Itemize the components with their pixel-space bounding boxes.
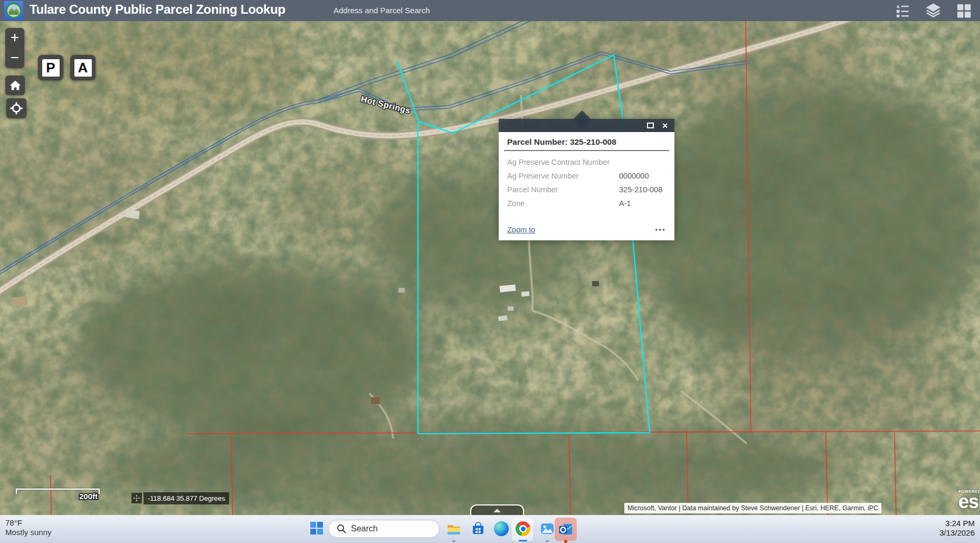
chrome-icon [516,521,530,536]
clock-time: 3:24 PM [939,519,975,528]
esri-wordmark: esri [958,494,980,510]
windows-logo-icon [310,521,324,535]
map-canvas[interactable]: Hot Springs 200ft + − P [0,21,980,515]
screen: Hot Springs 200ft + − P [0,0,980,543]
legend-button[interactable] [893,2,911,19]
edge-icon [494,521,509,536]
app-header: Tulare County Public Parcel Zoning Looku… [0,0,980,21]
field-value: A-1 [619,199,666,208]
zoom-in-button[interactable]: + [5,28,24,48]
parcel-popup: ✕ Parcel Number: 325-210-008 Ag Preserve… [499,119,674,240]
scale-label: 200ft [79,492,98,501]
taskbar-app-edge[interactable] [494,521,509,536]
popup-toolbar: ✕ [499,119,674,132]
notification-dot [564,540,567,543]
popup-title: Parcel Number: 325-210-008 [499,132,674,150]
zoom-out-button[interactable]: − [5,48,24,68]
microsoft-store-icon [471,521,486,536]
coordinate-crosshair-icon [131,493,142,503]
popup-row: Zone A-1 [499,196,674,210]
coordinates-readout: -118.684 35.877 Degrees [144,492,229,504]
search-placeholder: Search [351,524,378,533]
search-icon [336,523,347,534]
app-subtitle: Address and Parcel Search [334,6,430,15]
zoom-to-link[interactable]: Zoom to [507,226,535,234]
start-button[interactable] [310,521,324,535]
legend-icon [895,3,910,18]
weather-temperature: 78°F [5,518,52,528]
app-title: Tulare County Public Parcel Zoning Looku… [30,2,286,17]
active-indicator [519,540,527,541]
field-label: Parcel Number [507,185,619,194]
taskbar-app-outlook[interactable] [558,521,573,536]
taskbar-app-microsoft-store[interactable] [471,521,486,536]
photos-icon [540,521,555,536]
weather-widget[interactable]: 78°F Mostly sunny [5,518,52,537]
address-search-button[interactable]: A [70,55,96,80]
taskbar-app-file-explorer[interactable] [446,521,461,536]
layers-button[interactable] [924,2,942,19]
esri-logo: POWERED BY esri [958,489,980,510]
parcel-search-label: P [42,59,60,77]
field-label: Ag Preserve Number [507,172,619,180]
locate-icon [9,101,23,115]
basemap-grid-icon [956,3,972,18]
locate-button[interactable] [6,98,26,118]
field-value: 0000000 [619,172,666,180]
search-input[interactable]: Search [328,520,440,538]
zoom-control: + − [5,28,24,68]
basemap-gallery-button[interactable] [955,2,973,19]
taskbar-app-photos[interactable] [540,521,555,536]
popup-footer: Zoom to ••• [507,226,666,234]
satellite-imagery: Hot Springs 200ft [0,21,980,515]
popup-row: Ag Preserve Contract Number [499,155,674,169]
home-icon [9,79,22,92]
running-indicator [546,540,549,542]
dock-popup-icon[interactable] [647,123,654,128]
field-label: Ag Preserve Contract Number [507,158,619,166]
chevron-up-icon [493,509,501,512]
field-value: 325-210-008 [619,185,666,194]
popup-row: Parcel Number 325-210-008 [499,183,674,196]
home-button[interactable] [5,76,25,95]
popup-divider [504,150,669,151]
clock-date: 3/13/2026 [939,528,975,538]
more-options-icon[interactable]: ••• [655,226,666,234]
windows-taskbar: 78°F Mostly sunny Search [0,515,980,543]
popup-row: Ag Preserve Number 0000000 [499,169,674,183]
popup-body: Parcel Number: 325-210-008 Ag Preserve C… [499,132,674,240]
map-attribution: Microsoft, Vantor | Data maintained by S… [624,503,881,513]
parcel-search-button[interactable]: P [38,55,63,80]
close-icon[interactable]: ✕ [662,122,668,129]
weather-condition: Mostly sunny [5,528,52,537]
header-tools [893,0,973,21]
file-explorer-icon [446,521,461,536]
running-indicator [452,540,455,542]
taskbar-pull-tab[interactable] [470,504,524,515]
layers-icon [925,3,941,18]
county-seal-logo [4,1,23,20]
clock-widget[interactable]: 3:24 PM 3/13/2026 [939,519,975,538]
taskbar-app-chrome[interactable] [516,521,530,536]
outlook-icon [558,521,573,536]
address-search-label: A [74,59,92,77]
field-label: Zone [507,199,619,208]
